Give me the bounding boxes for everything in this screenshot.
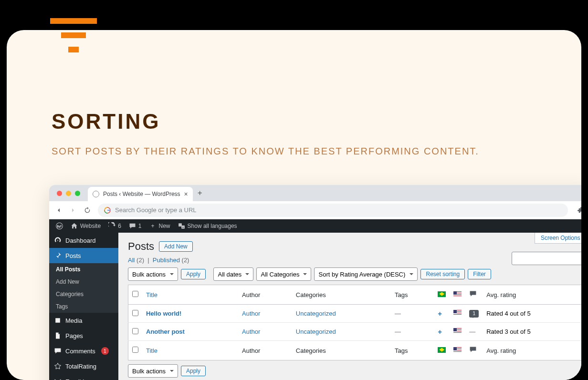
search-posts-input[interactable] — [512, 252, 581, 265]
comment-count-empty: — — [465, 323, 483, 341]
row-checkbox[interactable] — [132, 328, 138, 334]
tab-close-icon[interactable]: × — [184, 190, 188, 198]
select-all-checkbox[interactable] — [132, 291, 138, 297]
new-link[interactable]: +New — [146, 223, 174, 230]
sort-by-select[interactable]: Sort by Rating Average (DESC) — [314, 267, 418, 281]
brand-logo — [50, 18, 97, 52]
col-author[interactable]: Author — [238, 285, 292, 305]
dashboard-icon — [54, 236, 62, 244]
menu-label: Email Log — [65, 378, 93, 380]
select-all-checkbox-foot[interactable] — [132, 347, 138, 353]
col-title[interactable]: Title — [142, 285, 238, 305]
menu-label: Media — [65, 317, 82, 324]
updates-link[interactable]: 6 — [105, 223, 125, 230]
comments-link[interactable]: 1 — [125, 223, 146, 230]
submenu-tags[interactable]: Tags — [49, 300, 118, 313]
categories-select[interactable]: All Categories — [256, 267, 311, 281]
submenu-add-new[interactable]: Add New — [49, 276, 118, 288]
reload-icon[interactable] — [84, 206, 91, 214]
post-category-link[interactable]: Uncategorized — [296, 328, 336, 335]
flag-br-icon — [438, 291, 446, 297]
extensions-icon[interactable] — [578, 206, 581, 214]
comment-column-icon — [469, 347, 477, 355]
globe-icon — [93, 191, 99, 197]
col-tags[interactable]: Tags — [391, 341, 434, 360]
wordpress-icon — [56, 223, 63, 230]
screen-options-toggle[interactable]: Screen Options ▾ — [535, 233, 581, 244]
close-window-icon[interactable] — [57, 191, 62, 196]
plus-icon: + — [149, 223, 157, 230]
comment-column-icon — [469, 291, 477, 299]
browser-tabbar: Posts ‹ Website — WordPress × + — [49, 185, 581, 201]
col-avg-rating[interactable]: Avg. rating — [483, 285, 581, 305]
new-label: New — [159, 223, 170, 229]
menu-emaillog[interactable]: Email Log — [49, 374, 118, 380]
menu-label: TotalRating — [65, 363, 96, 370]
submenu-all-posts[interactable]: All Posts — [49, 263, 118, 276]
address-bar[interactable]: Search Google or type a URL — [98, 204, 568, 217]
section-subheading: SORT POSTS BY THEIR RATINGS TO KNOW THE … — [52, 146, 479, 157]
apply-button[interactable]: Apply — [181, 269, 206, 279]
dates-select[interactable]: All dates — [213, 267, 253, 281]
maximize-window-icon[interactable] — [75, 191, 80, 196]
menu-posts[interactable]: Posts — [49, 248, 118, 263]
reset-sorting-button[interactable]: Reset sorting — [420, 269, 465, 279]
browser-window: Posts ‹ Website — WordPress × + Search G… — [49, 185, 581, 380]
filter-sep: | — [147, 257, 149, 264]
browser-tab[interactable]: Posts ‹ Website — WordPress × — [88, 187, 193, 201]
filter-published[interactable]: Published — [153, 257, 180, 264]
bulk-actions-select-bottom[interactable]: Bulk actions — [128, 364, 178, 378]
table-row: Another post Author Uncategorized — + — … — [128, 323, 582, 341]
filter-all[interactable]: All — [128, 257, 135, 264]
table-row: Hello world! Author Uncategorized — + 1 … — [128, 305, 582, 323]
menu-comments[interactable]: Comments1 — [49, 343, 118, 359]
menu-media[interactable]: Media — [49, 313, 118, 328]
menu-dashboard[interactable]: Dashboard — [49, 233, 118, 248]
menu-label: Dashboard — [65, 237, 96, 244]
filter-button[interactable]: Filter — [468, 269, 491, 279]
col-author[interactable]: Author — [238, 341, 292, 360]
home-icon — [71, 223, 78, 230]
new-tab-button[interactable]: + — [198, 188, 202, 198]
add-translation-br-icon[interactable]: + — [438, 309, 442, 318]
section-heading: SORTING — [52, 110, 160, 134]
menu-pages[interactable]: Pages — [49, 328, 118, 343]
post-author-link[interactable]: Author — [242, 310, 260, 317]
post-title-link[interactable]: Hello world! — [146, 310, 181, 317]
comments-count: 1 — [138, 223, 142, 229]
site-name-link[interactable]: Website — [67, 223, 105, 230]
update-icon — [108, 223, 116, 230]
col-categories[interactable]: Categories — [292, 341, 391, 360]
media-icon — [54, 317, 62, 324]
col-title[interactable]: Title — [142, 341, 238, 360]
wp-adminbar: Website 6 1 +New Show all languages H — [49, 219, 581, 233]
menu-label: Comments — [65, 348, 95, 355]
flag-us-icon — [453, 347, 462, 353]
col-avg-rating[interactable]: Avg. rating — [483, 341, 581, 360]
mail-icon — [54, 378, 62, 380]
flag-us-icon[interactable] — [453, 328, 462, 334]
row-checkbox[interactable] — [132, 310, 138, 316]
add-translation-br-icon[interactable]: + — [438, 328, 442, 336]
comment-icon — [129, 223, 136, 230]
languages-link[interactable]: Show all languages — [174, 223, 241, 230]
col-categories[interactable]: Categories — [292, 285, 391, 305]
forward-icon[interactable] — [69, 206, 77, 214]
post-author-link[interactable]: Author — [242, 328, 260, 335]
add-new-button[interactable]: Add New — [159, 241, 193, 252]
col-tags[interactable]: Tags — [391, 285, 434, 305]
comment-count-badge[interactable]: 1 — [469, 310, 479, 318]
post-category-link[interactable]: Uncategorized — [296, 310, 336, 317]
howdy-h[interactable]: H — [579, 223, 581, 229]
minimize-window-icon[interactable] — [66, 191, 71, 196]
url-placeholder: Search Google or type a URL — [115, 206, 197, 214]
menu-totalrating[interactable]: TotalRating — [49, 359, 118, 374]
posts-submenu: All Posts Add New Categories Tags — [49, 263, 118, 313]
bulk-actions-select[interactable]: Bulk actions — [128, 267, 178, 281]
submenu-categories[interactable]: Categories — [49, 288, 118, 300]
flag-us-icon[interactable] — [453, 310, 462, 316]
apply-button-bottom[interactable]: Apply — [181, 366, 206, 376]
post-title-link[interactable]: Another post — [146, 328, 185, 335]
wp-logo[interactable] — [52, 223, 67, 230]
back-icon[interactable] — [55, 206, 63, 214]
